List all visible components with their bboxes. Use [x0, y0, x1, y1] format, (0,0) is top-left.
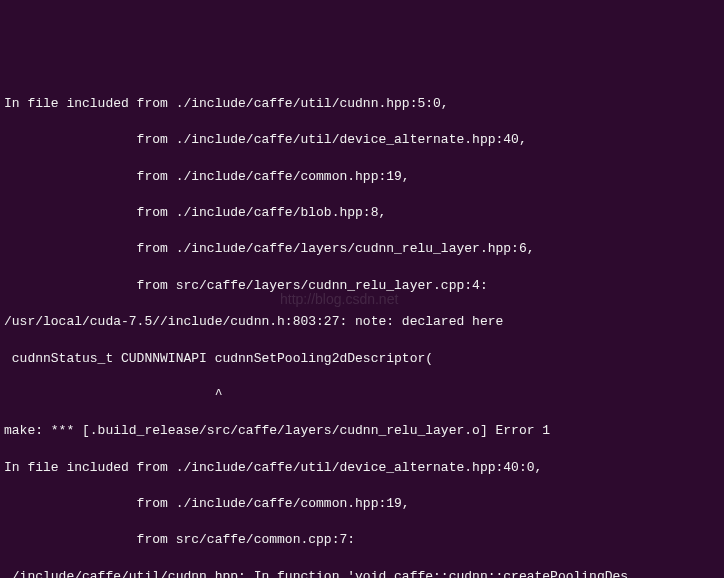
terminal-line: from ./include/caffe/common.hpp:19,: [4, 168, 720, 186]
terminal-line: from src/caffe/common.cpp:7:: [4, 531, 720, 549]
terminal-line: from ./include/caffe/util/device_alterna…: [4, 131, 720, 149]
terminal-output: In file included from ./include/caffe/ut…: [4, 77, 720, 578]
terminal-line: In file included from ./include/caffe/ut…: [4, 95, 720, 113]
terminal-line: In file included from ./include/caffe/ut…: [4, 459, 720, 477]
terminal-line: ^: [4, 386, 720, 404]
terminal-line: from ./include/caffe/common.hpp:19,: [4, 495, 720, 513]
terminal-line: from src/caffe/layers/cudnn_relu_layer.c…: [4, 277, 720, 295]
terminal-line: cudnnStatus_t CUDNNWINAPI cudnnSetPoolin…: [4, 350, 720, 368]
terminal-line: ./include/caffe/util/cudnn.hpp: In funct…: [4, 568, 720, 578]
terminal-line: from ./include/caffe/layers/cudnn_relu_l…: [4, 240, 720, 258]
terminal-line: /usr/local/cuda-7.5//include/cudnn.h:803…: [4, 313, 720, 331]
terminal-line: from ./include/caffe/blob.hpp:8,: [4, 204, 720, 222]
terminal-line: make: *** [.build_release/src/caffe/laye…: [4, 422, 720, 440]
